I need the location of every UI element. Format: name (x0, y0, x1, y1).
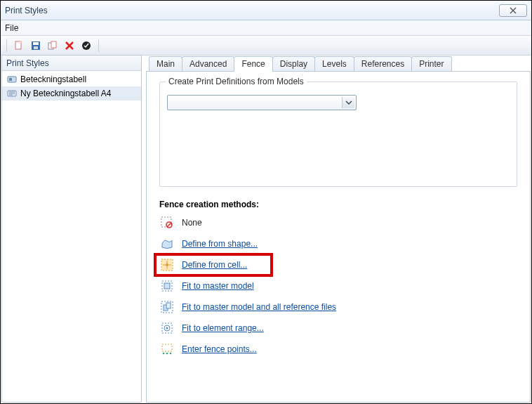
new-doc-icon (13, 40, 25, 51)
tab-content-fence: Create Print Definitions from Models Fen… (146, 72, 531, 403)
left-panel: Print Styles Beteckningstabell Ny Beteck… (1, 55, 142, 403)
fit-all-icon (159, 299, 175, 315)
style-icon (6, 88, 18, 99)
svg-line-13 (167, 223, 171, 227)
method-label: Fit to master model (182, 281, 254, 291)
group-title: Create Print Definitions from Models (166, 77, 307, 86)
left-panel-header: Print Styles (2, 56, 141, 71)
svg-rect-22 (166, 303, 171, 308)
svg-rect-6 (51, 41, 56, 48)
method-fit-element-range[interactable]: Fit to element range... (159, 320, 517, 336)
save-icon (30, 40, 41, 51)
svg-point-25 (166, 327, 168, 330)
chevron-down-icon (342, 97, 354, 108)
tab-advanced[interactable]: Advanced (182, 56, 234, 71)
tab-main[interactable]: Main (149, 56, 182, 71)
copy-style-icon (47, 40, 58, 51)
tab-printer[interactable]: Printer (411, 56, 451, 71)
style-icon (6, 74, 18, 85)
fence-methods-title: Fence creation methods: (159, 200, 517, 209)
copy-style-button[interactable] (46, 39, 59, 52)
tab-levels[interactable]: Levels (314, 56, 354, 71)
tab-fence[interactable]: Fence (234, 56, 272, 72)
svg-rect-19 (164, 283, 170, 289)
method-label: Fit to element range... (182, 323, 264, 333)
tabs: Main Advanced Fence Display Levels Refer… (146, 55, 531, 72)
tab-display[interactable]: Display (272, 56, 315, 71)
tree-item-label: Ny Beteckningstabell A4 (20, 89, 111, 98)
models-combo[interactable] (167, 95, 357, 110)
apply-icon (81, 40, 92, 51)
cell-icon (159, 257, 175, 273)
svg-point-27 (163, 353, 165, 355)
tree-item-label: Beteckningstabell (20, 74, 86, 84)
tab-references[interactable]: References (354, 56, 412, 71)
fit-master-icon (159, 278, 175, 294)
menu-file[interactable]: File (5, 23, 18, 33)
svg-rect-4 (34, 46, 38, 49)
svg-rect-3 (33, 42, 39, 45)
method-label: Define from cell... (182, 260, 247, 270)
title-bar: Print Styles (1, 1, 531, 20)
close-icon (508, 7, 518, 14)
fence-methods-list: None Define from shape... Define from ce… (159, 215, 517, 357)
print-styles-tree: Beteckningstabell Ny Beteckningstabell A… (2, 71, 141, 102)
apply-button[interactable] (80, 39, 93, 52)
new-doc-button[interactable] (13, 39, 25, 52)
method-fit-master[interactable]: Fit to master model (159, 278, 517, 294)
svg-rect-9 (9, 78, 12, 81)
window-title: Print Styles (5, 6, 48, 15)
method-label: None (182, 218, 202, 228)
method-enter-points[interactable]: Enter fence points... (159, 341, 517, 357)
svg-point-29 (170, 353, 172, 355)
delete-icon (64, 40, 75, 51)
tree-item[interactable]: Beteckningstabell (2, 72, 141, 86)
points-icon (159, 341, 175, 357)
menu-bar: File (1, 20, 531, 36)
method-label: Define from shape... (182, 239, 258, 249)
toolbar (1, 36, 531, 56)
method-label: Fit to master model and all reference fi… (182, 302, 336, 312)
none-icon (159, 215, 175, 230)
method-define-from-cell[interactable]: Define from cell... (159, 257, 517, 273)
delete-button[interactable] (63, 39, 76, 52)
shape-icon (159, 236, 175, 252)
svg-rect-1 (19, 41, 21, 44)
create-definitions-group: Create Print Definitions from Models (159, 82, 517, 187)
save-button[interactable] (29, 39, 42, 52)
method-fit-master-all[interactable]: Fit to master model and all reference fi… (159, 299, 517, 315)
close-button[interactable] (499, 4, 527, 17)
range-icon (159, 320, 175, 336)
method-define-from-shape[interactable]: Define from shape... (159, 236, 517, 252)
method-none[interactable]: None (159, 215, 517, 230)
svg-rect-26 (162, 344, 172, 351)
tree-item[interactable]: Ny Beteckningstabell A4 (2, 86, 141, 100)
svg-point-28 (166, 353, 168, 355)
method-label: Enter fence points... (182, 344, 257, 354)
right-panel: Main Advanced Fence Display Levels Refer… (146, 55, 531, 403)
